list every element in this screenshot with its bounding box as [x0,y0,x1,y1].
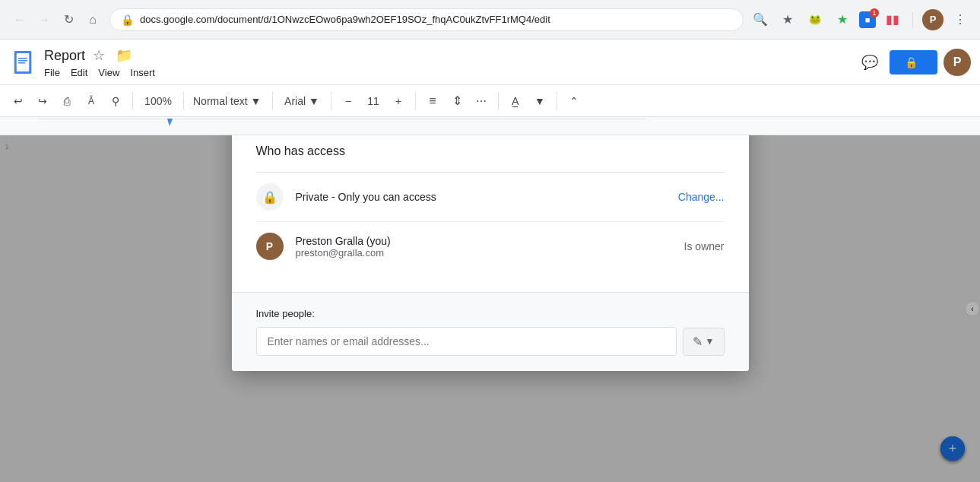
paragraph-style[interactable]: Normal text ▼ [190,90,266,112]
font-size-increase[interactable]: + [388,90,409,112]
font-select[interactable]: Arial ▼ [279,90,325,112]
svg-rect-4 [18,62,25,64]
menu-edit[interactable]: Edit [71,67,87,78]
toolbar-divider-7 [557,92,557,110]
user-email: preston@gralla.com [296,247,684,258]
menu-file[interactable]: File [44,67,60,78]
ruler-inner [0,117,980,135]
user-avatar[interactable]: P [944,49,971,76]
back-button[interactable]: ← [9,9,30,30]
svg-marker-6 [167,119,173,126]
font-size[interactable]: − [338,90,359,112]
feedly-extension[interactable]: ★ [832,9,853,30]
doc-title: Report [44,48,85,64]
pocket-extension[interactable]: ▮▮ [882,9,903,30]
toolbar-right: 💬 🔒 P [856,49,971,76]
change-access-button[interactable]: Change... [678,191,725,203]
pen-button[interactable]: ✎ ▼ [683,328,725,356]
pen-icon: ✎ [693,335,702,349]
menu-insert[interactable]: Insert [130,67,155,78]
doc-menu: File Edit View Insert [44,67,848,78]
print-button[interactable]: ⎙ [56,90,78,112]
share-button[interactable]: 🔒 [890,50,937,75]
user-role: Is owner [684,240,725,252]
user-access-info: Preston Gralla (you) preston@gralla.com [296,235,684,258]
zoom-select[interactable]: 100% [139,90,177,112]
menu-view[interactable]: View [98,67,119,78]
search-button[interactable]: 🔍 [750,9,771,30]
user-avatar-modal: P [256,233,284,260]
undo-button[interactable]: ↩ [8,90,29,112]
comment-button[interactable]: 💬 [856,49,883,76]
browser-chrome: ← → ↻ ⌂ 🔒 docs.google.com/document/d/1ON… [0,0,980,40]
star-button[interactable]: ☆ [90,46,108,65]
redo-button[interactable]: ↪ [32,90,53,112]
user-access-row: P Preston Gralla (you) preston@gralla.co… [256,222,725,271]
main-content-area: 1 COURSE: RE LO + ‹ Sharing settings Lin… [0,135,980,482]
modal-body: Sharing settings Link to share (only acc… [232,135,749,292]
forward-button[interactable]: → [33,9,55,30]
modal-overlay: Sharing settings Link to share (only acc… [0,135,980,482]
invite-input-row: ✎ ▼ [256,327,725,356]
more-button[interactable]: ⋮ [950,9,971,30]
divider [912,12,913,27]
invite-input[interactable] [256,327,677,356]
docs-icon [9,49,36,76]
app-toolbar: Report ☆ 📁 File Edit View Insert 💬 🔒 P [0,40,980,85]
lock-share-icon: 🔒 [905,56,918,68]
spellcheck-button[interactable]: Ă [81,90,102,112]
nav-buttons: ← → ↻ ⌂ [9,9,103,30]
more-options[interactable]: ⋯ [471,90,492,112]
line-spacing[interactable]: ⇕ [446,90,468,112]
user-name: Preston Gralla (you) [296,235,684,247]
reload-button[interactable]: ↻ [58,9,79,30]
doc-title-area: Report ☆ 📁 File Edit View Insert [44,46,848,78]
svg-rect-2 [18,58,27,59]
folder-button[interactable]: 📁 [113,46,135,65]
lock-access-icon: 🔒 [256,183,284,211]
profile-avatar[interactable]: P [922,9,944,30]
sharing-settings-modal: Sharing settings Link to share (only acc… [232,135,749,371]
address-bar[interactable]: 🔒 docs.google.com/document/d/1ONwzcEOwo6… [109,8,744,31]
ruler [0,117,980,135]
toolbar-divider [132,92,133,110]
align-left[interactable]: ≡ [422,90,443,112]
paint-format-button[interactable]: ⚲ [105,90,126,112]
toolbar-divider-4 [331,92,331,110]
chevron-icon: ▼ [706,336,715,347]
evernote-extension[interactable]: 🐸 [804,9,826,30]
url-text: docs.google.com/document/d/1ONwzcEOwo6pa… [140,14,732,25]
toolbar-divider-5 [415,92,416,110]
hide-toolbar[interactable]: ⌃ [563,90,585,112]
invite-section: Invite people: ✎ ▼ [232,292,749,371]
font-size-value[interactable]: 11 [362,90,385,112]
format-toolbar: ↩ ↪ ⎙ Ă ⚲ 100% Normal text ▼ Arial ▼ − … [0,85,980,117]
toolbar-divider-3 [272,92,273,110]
private-access-info: Private - Only you can access [296,191,678,203]
private-access-name: Private - Only you can access [296,191,678,203]
browser-actions: 🔍 ★ 🐸 ★ ■ 1 ▮▮ P ⋮ [750,9,971,30]
toolbar-divider-2 [183,92,184,110]
text-color-dropdown[interactable]: ▼ [529,90,550,112]
invite-label: Invite people: [256,308,725,319]
who-has-access-title: Who has access [256,144,725,158]
bookmark-button[interactable]: ★ [777,9,798,30]
home-button[interactable]: ⌂ [82,9,103,30]
toolbar-divider-6 [498,92,499,110]
private-access-row: 🔒 Private - Only you can access Change..… [256,173,725,222]
svg-rect-3 [18,60,27,62]
text-color[interactable]: A̲ [505,90,526,112]
lock-icon: 🔒 [121,14,134,26]
